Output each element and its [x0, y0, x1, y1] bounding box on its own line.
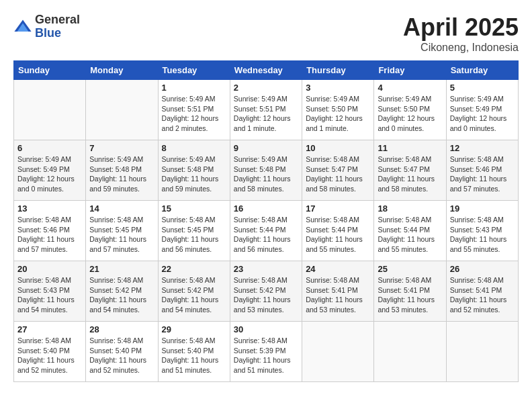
calendar-cell: 16Sunrise: 5:48 AM Sunset: 5:44 PM Dayli…: [230, 201, 302, 261]
day-info: Sunrise: 5:48 AM Sunset: 5:47 PM Dayligh…: [378, 154, 442, 194]
calendar-cell: 18Sunrise: 5:48 AM Sunset: 5:44 PM Dayli…: [374, 201, 446, 261]
day-number: 12: [450, 143, 515, 153]
location-subtitle: Cikoneng, Indonesia: [403, 42, 519, 54]
calendar-week-row: 13Sunrise: 5:48 AM Sunset: 5:46 PM Dayli…: [14, 201, 519, 261]
calendar-cell: [302, 322, 374, 382]
title-block: April 2025 Cikoneng, Indonesia: [403, 13, 519, 54]
calendar-cell: [14, 80, 86, 140]
weekday-header-thursday: Thursday: [302, 61, 374, 80]
calendar-cell: [86, 80, 158, 140]
calendar-cell: 17Sunrise: 5:48 AM Sunset: 5:44 PM Dayli…: [302, 201, 374, 261]
calendar-cell: 29Sunrise: 5:48 AM Sunset: 5:40 PM Dayli…: [158, 322, 230, 382]
calendar-cell: [374, 322, 446, 382]
day-info: Sunrise: 5:48 AM Sunset: 5:42 PM Dayligh…: [162, 275, 226, 315]
day-number: 19: [450, 203, 515, 214]
day-info: Sunrise: 5:49 AM Sunset: 5:48 PM Dayligh…: [162, 154, 226, 194]
calendar-cell: 19Sunrise: 5:48 AM Sunset: 5:43 PM Dayli…: [446, 201, 518, 261]
calendar-week-row: 1Sunrise: 5:49 AM Sunset: 5:51 PM Daylig…: [14, 80, 519, 140]
day-number: 30: [234, 324, 298, 334]
weekday-header-friday: Friday: [374, 61, 446, 80]
logo-blue-text: Blue: [35, 27, 80, 40]
calendar-cell: 30Sunrise: 5:48 AM Sunset: 5:39 PM Dayli…: [230, 322, 302, 382]
logo: General Blue: [13, 13, 80, 40]
calendar-cell: 24Sunrise: 5:48 AM Sunset: 5:41 PM Dayli…: [302, 261, 374, 322]
day-info: Sunrise: 5:48 AM Sunset: 5:43 PM Dayligh…: [450, 215, 515, 255]
calendar-cell: 9Sunrise: 5:49 AM Sunset: 5:48 PM Daylig…: [230, 140, 302, 201]
calendar-cell: 28Sunrise: 5:48 AM Sunset: 5:40 PM Dayli…: [86, 322, 158, 382]
day-info: Sunrise: 5:48 AM Sunset: 5:46 PM Dayligh…: [450, 154, 515, 194]
day-number: 9: [234, 143, 298, 153]
day-info: Sunrise: 5:48 AM Sunset: 5:47 PM Dayligh…: [306, 154, 370, 194]
day-number: 16: [234, 203, 298, 214]
day-info: Sunrise: 5:49 AM Sunset: 5:51 PM Dayligh…: [234, 94, 298, 134]
weekday-header-monday: Monday: [86, 61, 158, 80]
day-number: 28: [89, 324, 154, 334]
day-info: Sunrise: 5:48 AM Sunset: 5:45 PM Dayligh…: [162, 215, 226, 255]
day-info: Sunrise: 5:49 AM Sunset: 5:50 PM Dayligh…: [378, 94, 442, 134]
day-info: Sunrise: 5:48 AM Sunset: 5:42 PM Dayligh…: [234, 275, 298, 315]
calendar-cell: 22Sunrise: 5:48 AM Sunset: 5:42 PM Dayli…: [158, 261, 230, 322]
day-info: Sunrise: 5:49 AM Sunset: 5:49 PM Dayligh…: [17, 154, 82, 194]
logo-icon: [13, 17, 32, 36]
calendar-table: SundayMondayTuesdayWednesdayThursdayFrid…: [13, 60, 519, 382]
calendar-cell: 8Sunrise: 5:49 AM Sunset: 5:48 PM Daylig…: [158, 140, 230, 201]
calendar-cell: 25Sunrise: 5:48 AM Sunset: 5:41 PM Dayli…: [374, 261, 446, 322]
day-info: Sunrise: 5:49 AM Sunset: 5:50 PM Dayligh…: [306, 94, 370, 134]
calendar-week-row: 27Sunrise: 5:48 AM Sunset: 5:40 PM Dayli…: [14, 322, 519, 382]
calendar-cell: 23Sunrise: 5:48 AM Sunset: 5:42 PM Dayli…: [230, 261, 302, 322]
day-number: 1: [162, 83, 226, 93]
day-info: Sunrise: 5:48 AM Sunset: 5:42 PM Dayligh…: [89, 275, 154, 315]
day-info: Sunrise: 5:48 AM Sunset: 5:44 PM Dayligh…: [306, 215, 370, 255]
calendar-week-row: 6Sunrise: 5:49 AM Sunset: 5:49 PM Daylig…: [14, 140, 519, 201]
day-number: 2: [234, 83, 298, 93]
calendar-cell: 5Sunrise: 5:49 AM Sunset: 5:49 PM Daylig…: [446, 80, 518, 140]
day-number: 24: [306, 264, 370, 274]
logo-general-text: General: [35, 13, 80, 27]
page-header: General Blue April 2025 Cikoneng, Indone…: [13, 13, 519, 54]
logo-text: General Blue: [35, 13, 80, 40]
calendar-cell: 21Sunrise: 5:48 AM Sunset: 5:42 PM Dayli…: [86, 261, 158, 322]
calendar-cell: 26Sunrise: 5:48 AM Sunset: 5:41 PM Dayli…: [446, 261, 518, 322]
day-number: 20: [17, 264, 82, 274]
calendar-cell: 14Sunrise: 5:48 AM Sunset: 5:45 PM Dayli…: [86, 201, 158, 261]
calendar-cell: 6Sunrise: 5:49 AM Sunset: 5:49 PM Daylig…: [14, 140, 86, 201]
day-info: Sunrise: 5:49 AM Sunset: 5:51 PM Dayligh…: [162, 94, 226, 134]
day-number: 15: [162, 203, 226, 214]
day-number: 17: [306, 203, 370, 214]
calendar-cell: 3Sunrise: 5:49 AM Sunset: 5:50 PM Daylig…: [302, 80, 374, 140]
day-number: 23: [234, 264, 298, 274]
day-number: 14: [89, 203, 154, 214]
day-number: 29: [162, 324, 226, 334]
day-number: 7: [89, 143, 154, 153]
day-number: 6: [17, 143, 82, 153]
calendar-week-row: 20Sunrise: 5:48 AM Sunset: 5:43 PM Dayli…: [14, 261, 519, 322]
day-info: Sunrise: 5:48 AM Sunset: 5:45 PM Dayligh…: [89, 215, 154, 255]
calendar-cell: 20Sunrise: 5:48 AM Sunset: 5:43 PM Dayli…: [14, 261, 86, 322]
day-number: 25: [378, 264, 442, 274]
calendar-cell: 7Sunrise: 5:49 AM Sunset: 5:48 PM Daylig…: [86, 140, 158, 201]
day-info: Sunrise: 5:49 AM Sunset: 5:48 PM Dayligh…: [234, 154, 298, 194]
calendar-cell: 10Sunrise: 5:48 AM Sunset: 5:47 PM Dayli…: [302, 140, 374, 201]
calendar-cell: 15Sunrise: 5:48 AM Sunset: 5:45 PM Dayli…: [158, 201, 230, 261]
weekday-header-saturday: Saturday: [446, 61, 518, 80]
day-number: 3: [306, 83, 370, 93]
calendar-cell: 27Sunrise: 5:48 AM Sunset: 5:40 PM Dayli…: [14, 322, 86, 382]
calendar-cell: 2Sunrise: 5:49 AM Sunset: 5:51 PM Daylig…: [230, 80, 302, 140]
day-info: Sunrise: 5:48 AM Sunset: 5:41 PM Dayligh…: [450, 275, 515, 315]
day-info: Sunrise: 5:48 AM Sunset: 5:44 PM Dayligh…: [234, 215, 298, 255]
day-number: 21: [89, 264, 154, 274]
calendar-cell: 1Sunrise: 5:49 AM Sunset: 5:51 PM Daylig…: [158, 80, 230, 140]
day-info: Sunrise: 5:48 AM Sunset: 5:41 PM Dayligh…: [378, 275, 442, 315]
day-info: Sunrise: 5:48 AM Sunset: 5:41 PM Dayligh…: [306, 275, 370, 315]
month-year-title: April 2025: [403, 13, 519, 42]
day-number: 5: [450, 83, 515, 93]
calendar-cell: 13Sunrise: 5:48 AM Sunset: 5:46 PM Dayli…: [14, 201, 86, 261]
calendar-cell: 4Sunrise: 5:49 AM Sunset: 5:50 PM Daylig…: [374, 80, 446, 140]
day-number: 11: [378, 143, 442, 153]
weekday-header-row: SundayMondayTuesdayWednesdayThursdayFrid…: [14, 61, 519, 80]
day-number: 22: [162, 264, 226, 274]
day-number: 27: [17, 324, 82, 334]
day-info: Sunrise: 5:48 AM Sunset: 5:46 PM Dayligh…: [17, 215, 82, 255]
day-number: 8: [162, 143, 226, 153]
weekday-header-sunday: Sunday: [14, 61, 86, 80]
